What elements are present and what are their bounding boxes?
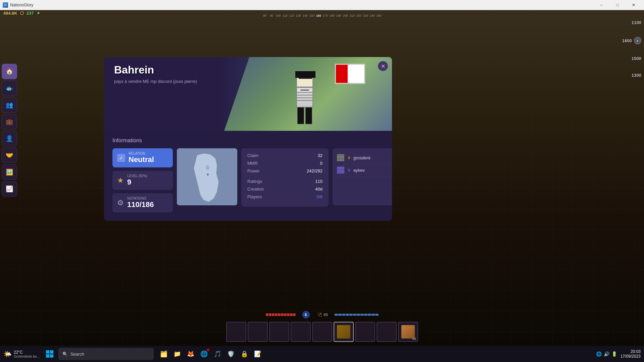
players-label: Players (247, 194, 262, 199)
ruler-n13: 200 (342, 14, 349, 17)
ruler-n3: 100 (275, 14, 282, 17)
hotbar-slot-3[interactable] (269, 322, 289, 342)
ruler-n6: 130 (295, 14, 302, 17)
taskbar-icon-notion[interactable]: 📝 (252, 348, 264, 360)
start-button[interactable] (44, 348, 56, 360)
level-star-icon: ★ (117, 176, 124, 185)
notation-gear-icon: ⚙ (117, 199, 124, 207)
taskbar-icon-vpn[interactable]: 🔒 (238, 348, 250, 360)
hotbar: 63 (226, 322, 418, 342)
taskbar-icon-browser[interactable]: 🌐 (198, 348, 210, 360)
char-head (296, 70, 313, 87)
ruler-n11: 180 (329, 14, 336, 17)
stat-row-players: Players 0/8 (247, 194, 323, 199)
hotbar-slot-6[interactable] (334, 322, 354, 342)
taskbar-icon-firefox[interactable]: 🦊 (185, 348, 197, 360)
ruler-n18: 250 (376, 14, 383, 17)
hud-right-icon-1600: ▲ (634, 37, 641, 44)
sidebar-item-stats[interactable]: 📈 (2, 181, 17, 197)
date-display: 17/09/2023 (621, 354, 641, 359)
members-card: ♛ grosdent ♛ aykev (333, 148, 392, 205)
search-bar[interactable]: 🔍 Search (58, 348, 154, 360)
dialog-title-area: Bahrein pays à vendre ME mp discord (jsu… (114, 64, 197, 84)
hotbar-slot-4[interactable] (291, 322, 311, 342)
hotbar-slot-2[interactable] (248, 322, 268, 342)
ruler-n10: 170 (322, 14, 329, 17)
claim-label: Claim (247, 153, 258, 158)
stat-row-creation: Creation 40d (247, 187, 323, 192)
ruler-n2: 90 (268, 14, 275, 17)
hud-bars: 6 🏹 69 (265, 311, 378, 318)
app-icon: N (3, 2, 8, 8)
notation-card: ⚙ Notations 110/186 (112, 193, 173, 212)
close-button[interactable]: ✕ (626, 0, 641, 10)
relation-card[interactable]: ✓ Relation Neutral (112, 148, 173, 167)
sidebar-item-gallery[interactable]: 🖼️ (2, 164, 17, 180)
sidebar-item-diplomacy[interactable]: 🤝 (2, 148, 17, 163)
sidebar-item-fish[interactable]: 🐟 (2, 81, 17, 96)
svg-rect-6 (50, 354, 53, 358)
minimize-button[interactable]: − (594, 0, 609, 10)
hotbar-slot-5[interactable] (312, 322, 332, 342)
hud-right-1300: 1300 (632, 73, 641, 78)
sidebar-item-shop[interactable]: 💼 (2, 114, 17, 130)
notation-label: Notations (127, 197, 154, 200)
svg-rect-4 (50, 350, 53, 354)
nation-name: Bahrein (114, 64, 197, 76)
arrow-count: 69 (324, 313, 328, 317)
hotbar-slot-9[interactable]: 63 (398, 322, 418, 342)
hotbar-item-6 (337, 325, 350, 339)
ruler-n17: 240 (369, 14, 376, 17)
taskbar-clock[interactable]: 20:03 17/09/2023 (621, 349, 641, 359)
member-rank-icon-2: ♛ (347, 168, 351, 172)
sidebar-item-players[interactable]: 👥 (2, 97, 17, 113)
taskbar-icon-folder[interactable]: 📁 (171, 348, 183, 360)
svg-rect-3 (46, 350, 49, 354)
level-info: Level (92%) 9 (127, 174, 147, 187)
stat-row-mmr: MMR 0 (247, 161, 323, 166)
ruler-n9-highlight: 160 (315, 14, 322, 17)
title-bar: N NationsGlory − □ ✕ (0, 0, 644, 10)
temperature-display: 22°C (14, 350, 40, 355)
ruler-n14: 210 (349, 14, 356, 17)
volume-icon[interactable]: 🔊 (604, 351, 609, 357)
map-card (177, 148, 237, 205)
level-card: ★ Level (92%) 9 (112, 171, 173, 190)
sidebar-item-home[interactable]: 🏠 (2, 64, 17, 79)
time-display: 20:03 (621, 349, 641, 354)
weather-info: 22°C Grotendeels be... (14, 350, 40, 358)
hotbar-slot-1[interactable] (226, 322, 246, 342)
sidebar-navigation: 🏠 🐟 👥 💼 👤 🤝 🖼️ 📈 (0, 10, 18, 342)
taskbar-icon-file-manager[interactable]: 🗂️ (158, 348, 170, 360)
health-bar-group (265, 313, 295, 316)
sidebar-item-profile[interactable]: 👤 (2, 131, 17, 146)
ruler-n4: 110 (282, 14, 289, 17)
info-grid: ✓ Relation Neutral ★ Level (92%) 9 (112, 148, 384, 212)
hud-ruler-bar: 80 90 100 110 120 130 140 150 160 170 18… (0, 11, 644, 21)
ratings-label: Ratings (247, 179, 262, 184)
member-name-2: aykev (353, 168, 365, 173)
dialog-close-button[interactable]: ✕ (378, 61, 388, 71)
ruler-n5: 120 (289, 14, 295, 17)
section-label: Informations (112, 138, 384, 144)
hotbar-slot-8[interactable] (377, 322, 397, 342)
taskbar-weather: 🌤️ 22°C Grotendeels be... (3, 350, 40, 358)
relation-value: Neutral (129, 155, 154, 164)
hud-right-1500: 1500 (632, 56, 641, 61)
hotbar-slot-7[interactable] (355, 322, 375, 342)
hud-right-1100: 1100 (632, 20, 641, 25)
member-avatar-1 (337, 154, 345, 162)
taskbar: 🌤️ 22°C Grotendeels be... 🔍 Search 🗂️ 📁 … (0, 346, 644, 362)
maximize-button[interactable]: □ (610, 0, 625, 10)
taskbar-icon-spotify[interactable]: 🎵 (211, 348, 224, 360)
char-body (296, 87, 313, 107)
stats-card: Claim 32 MMR 0 Power 242/292 Ratings 110 (241, 148, 329, 207)
taskbar-icon-shield[interactable]: 🛡️ (225, 348, 237, 360)
ruler-n15: 220 (356, 14, 362, 17)
member-row-2: ♛ aykev (337, 164, 392, 176)
network-icon[interactable]: 🌐 (596, 351, 602, 357)
system-tray-icons: 🌐 🔊 🔋 (596, 351, 617, 357)
battery-icon[interactable]: 🔋 (611, 351, 617, 357)
pixel-character (291, 70, 318, 131)
arrow-icon: 🏹 (317, 313, 322, 317)
